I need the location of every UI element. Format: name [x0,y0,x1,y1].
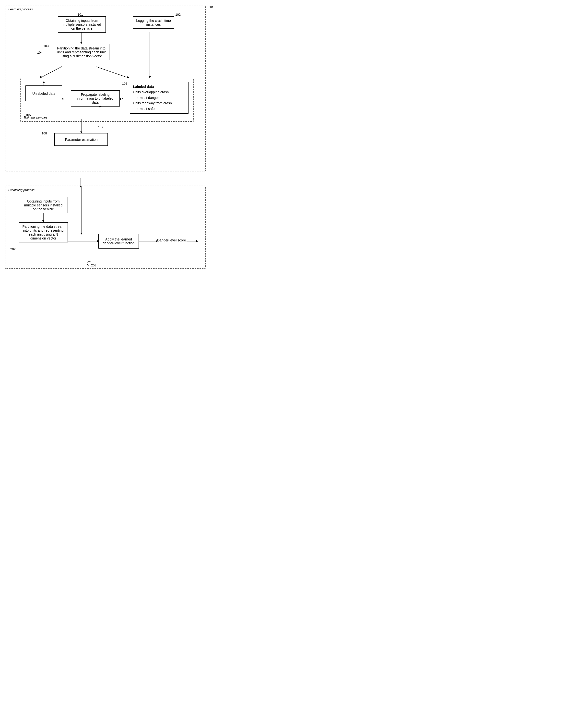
box-propagate: Propagate labeling information to unlabe… [71,90,120,106]
predicting-section: Predicting process Obtaining inputs from… [5,186,206,269]
box-apply: Apply the learned danger-level function [98,234,139,249]
box-obtaining-inputs: Obtaining inputs from multiple sensors i… [58,17,106,32]
predicting-section-label: Predicting process [8,188,34,192]
box-partitioning2: Partitioning the data stream into units … [19,222,68,242]
box-obtaining-inputs2: Obtaining inputs from multiple sensors i… [19,197,68,213]
svg-marker-24 [42,220,44,222]
box-labeled: Labeled data Units overlapping crash → m… [130,82,188,113]
ref-10: 10 [210,5,213,9]
box-unlabeled: Unlabeled data [25,85,62,101]
ref-202: 202 [10,247,16,251]
ref-203-curve [76,260,101,267]
learning-section: Learning process [5,5,206,172]
diagram-container: 10 Learning process [5,5,215,269]
svg-marker-1 [80,42,82,44]
ref-104: 104 [37,51,43,54]
box-logging: Logging the crash time instances [133,17,174,29]
box-partitioning: Partitioning the data stream into units … [53,44,109,60]
svg-line-4 [41,67,62,78]
learning-section-label: Learning process [8,7,33,11]
svg-marker-32 [196,240,198,242]
ref-102: 102 [175,13,181,17]
ref-105: 105 [25,113,31,117]
svg-marker-28 [80,233,82,235]
danger-score-arrow [187,237,201,245]
box-parameter: Parameter estimation [54,133,108,146]
ref-108: 108 [42,131,47,135]
training-samples-section: Training samples Unlabeled data 105 Labe… [20,78,194,122]
ref-103: 103 [43,44,49,48]
ref-107: 107 [98,125,103,129]
svg-line-6 [96,67,128,78]
ref-101: 101 [78,13,83,17]
ref-106: 106 [122,82,127,85]
svg-marker-16 [43,81,45,83]
danger-score-label: Danger-level score [157,238,186,242]
